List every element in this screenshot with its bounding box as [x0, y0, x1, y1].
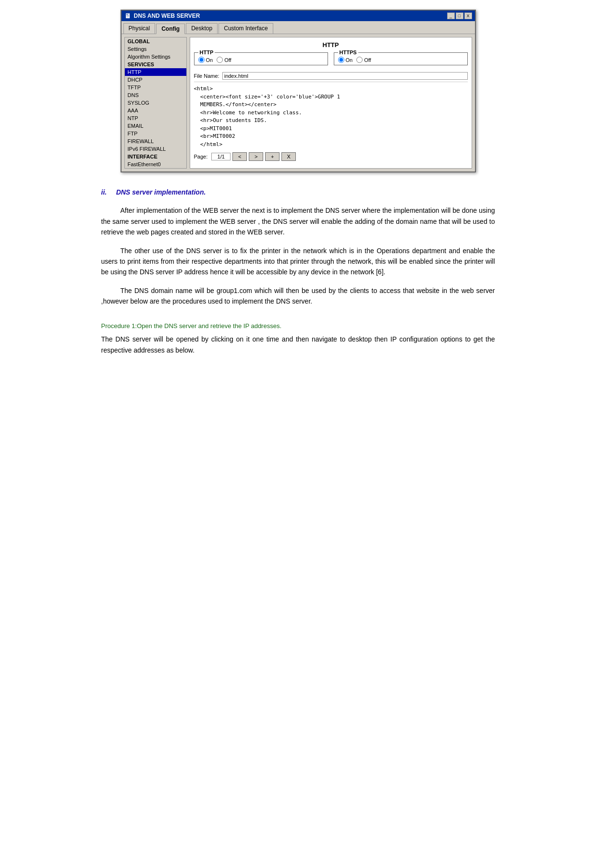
https-radio-row: On Off	[338, 55, 463, 63]
content-title: HTTP	[194, 41, 468, 49]
tab-desktop[interactable]: Desktop	[186, 23, 218, 34]
sidebar-item-services: SERVICES	[125, 61, 186, 68]
remove-page-button[interactable]: X	[281, 152, 296, 161]
application-window: 🖥 DNS AND WEB SERVER _ □ X Physical Conf…	[121, 10, 476, 172]
sidebar-item-dns[interactable]: DNS	[125, 91, 186, 99]
sidebar-item-firewall[interactable]: FIREWALL	[125, 137, 186, 145]
section-heading: ii. DNS server implementation.	[101, 187, 495, 197]
add-page-button[interactable]: +	[265, 152, 280, 161]
filename-label: File Name:	[194, 73, 219, 79]
sidebar-item-global[interactable]: GLOBAL	[125, 37, 186, 45]
tabs-bar: Physical Config Desktop Custom Interface	[122, 21, 475, 34]
http-off-radio[interactable]	[217, 57, 223, 63]
sidebar-item-syslog[interactable]: SYSLOG	[125, 99, 186, 107]
titlebar-title-group: 🖥 DNS AND WEB SERVER	[124, 12, 200, 20]
titlebar: 🖥 DNS AND WEB SERVER _ □ X	[122, 11, 475, 21]
http-radio-row: On Off	[198, 55, 324, 63]
procedure-paragraph-1: The DNS server will be opened by clickin…	[101, 334, 495, 355]
sidebar-item-interface: INTERFACE	[125, 153, 186, 160]
https-on-radio[interactable]	[338, 57, 344, 63]
content-panel: HTTP HTTP On Off	[190, 37, 472, 169]
sidebar-item-algorithm-settings[interactable]: Algorithm Settings	[125, 53, 186, 61]
doc-paragraph-3: The DNS domain name will be group1.com w…	[101, 285, 495, 307]
filename-row: File Name:	[194, 72, 468, 82]
http-off-label[interactable]: Off	[217, 57, 231, 63]
restore-button[interactable]: □	[456, 12, 463, 19]
sidebar-item-ipv6-firewall[interactable]: IPv6 FIREWALL	[125, 145, 186, 153]
page-input[interactable]	[211, 153, 231, 160]
sidebar-item-http[interactable]: HTTP	[125, 68, 186, 76]
sidebar-item-aaa[interactable]: AAA	[125, 107, 186, 114]
app-icon: 🖥	[124, 12, 131, 20]
section-title: DNS server implementation.	[116, 188, 206, 196]
sidebar-item-ntp[interactable]: NTP	[125, 114, 186, 122]
window-title: DNS AND WEB SERVER	[134, 12, 200, 19]
https-off-label[interactable]: Off	[356, 57, 371, 63]
code-area: <html> <center><font size='+3' color='bl…	[194, 85, 468, 148]
prev-page-button[interactable]: <	[232, 152, 247, 161]
window-body: GLOBAL Settings Algorithm Settings SERVI…	[122, 34, 475, 171]
doc-paragraph-1: After implementation of the WEB server t…	[101, 205, 495, 237]
sidebar-item-dhcp[interactable]: DHCP	[125, 76, 186, 84]
protocol-groups: HTTP On Off HTTPS	[194, 52, 468, 68]
section-label: ii.	[101, 188, 107, 196]
window-controls: _ □ X	[447, 12, 472, 19]
http-group-box: HTTP On Off	[194, 52, 328, 65]
sidebar: GLOBAL Settings Algorithm Settings SERVI…	[124, 37, 187, 169]
document-body: ii. DNS server implementation. After imp…	[82, 187, 514, 355]
https-off-radio[interactable]	[356, 57, 363, 63]
sidebar-item-ftp[interactable]: FTP	[125, 130, 186, 137]
sidebar-item-email[interactable]: EMAIL	[125, 122, 186, 130]
http-on-label[interactable]: On	[198, 57, 213, 63]
tab-config[interactable]: Config	[156, 24, 185, 34]
http-on-radio[interactable]	[198, 57, 205, 63]
close-button[interactable]: X	[464, 12, 472, 19]
http-legend: HTTP	[198, 49, 215, 55]
https-on-label[interactable]: On	[338, 57, 353, 63]
sidebar-item-tftp[interactable]: TFTP	[125, 84, 186, 91]
next-page-button[interactable]: >	[249, 152, 263, 161]
filename-input[interactable]	[222, 72, 468, 80]
tab-custom-interface[interactable]: Custom Interface	[219, 23, 273, 34]
sidebar-item-settings[interactable]: Settings	[125, 45, 186, 53]
https-legend: HTTPS	[338, 49, 358, 55]
tab-physical[interactable]: Physical	[123, 23, 156, 34]
minimize-button[interactable]: _	[447, 12, 455, 19]
sidebar-item-fastethernet0[interactable]: FastEthernet0	[125, 160, 186, 168]
procedure-heading: Procedure 1:Open the DNS server and retr…	[101, 321, 495, 331]
https-group-box: HTTPS On Off	[334, 52, 468, 65]
doc-paragraph-2: The other use of the DNS server is to fi…	[101, 245, 495, 278]
page-label: Page:	[194, 154, 208, 159]
page-controls: Page: < > + X	[194, 152, 468, 161]
